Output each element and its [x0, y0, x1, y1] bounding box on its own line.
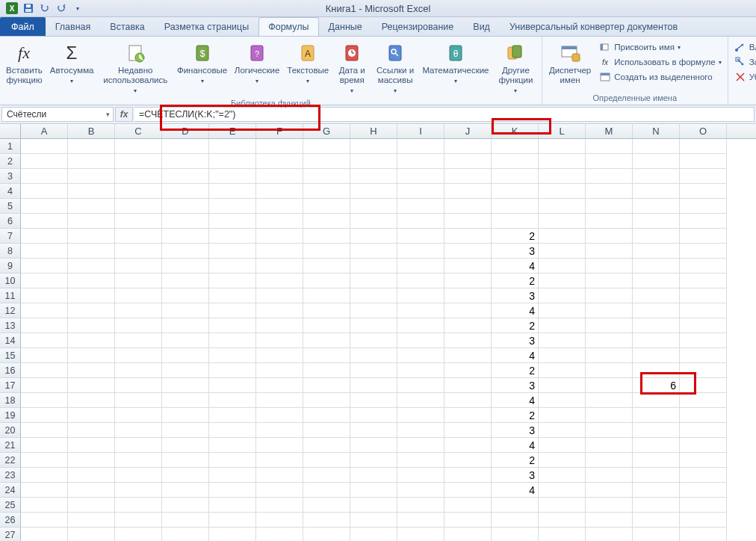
- cell-L8[interactable]: [539, 244, 586, 259]
- cell-B10[interactable]: [68, 273, 115, 288]
- cell-N18[interactable]: [633, 393, 680, 408]
- cell-H18[interactable]: [350, 393, 397, 408]
- cell-D11[interactable]: [162, 288, 209, 303]
- cell-J11[interactable]: [444, 288, 492, 303]
- lookup-button[interactable]: Ссылки и массивы ▾: [372, 38, 418, 99]
- cell-A23[interactable]: [21, 468, 68, 483]
- cell-C26[interactable]: [115, 513, 162, 528]
- cell-F16[interactable]: [256, 363, 303, 378]
- save-icon[interactable]: [21, 1, 36, 16]
- cell-F11[interactable]: [256, 288, 303, 303]
- cell-E6[interactable]: [209, 214, 256, 229]
- cell-I20[interactable]: [397, 423, 444, 438]
- cell-O2[interactable]: [680, 154, 727, 169]
- cell-K21[interactable]: 4: [492, 438, 539, 453]
- cell-A10[interactable]: [21, 273, 68, 288]
- cell-E23[interactable]: [209, 468, 256, 483]
- cell-B11[interactable]: [68, 288, 115, 303]
- cell-O5[interactable]: [680, 199, 727, 214]
- spreadsheet-grid[interactable]: ABCDEFGHIJKLMNO 123456728394102113124132…: [0, 124, 756, 541]
- cell-O25[interactable]: [680, 498, 727, 513]
- cell-A22[interactable]: [21, 453, 68, 468]
- insert-function-button[interactable]: fx Вставить функцию: [3, 38, 46, 88]
- cell-E22[interactable]: [209, 453, 256, 468]
- cell-I7[interactable]: [397, 229, 444, 244]
- cell-H2[interactable]: [350, 154, 397, 169]
- cell-J10[interactable]: [444, 273, 492, 288]
- cell-M20[interactable]: [586, 423, 633, 438]
- cell-K27[interactable]: [492, 528, 539, 541]
- row-header-20[interactable]: 20: [0, 423, 21, 438]
- cell-H17[interactable]: [350, 378, 397, 393]
- cell-N17[interactable]: 6: [633, 378, 680, 393]
- cell-O9[interactable]: [680, 259, 727, 273]
- excel-icon[interactable]: X: [4, 1, 19, 16]
- cell-M23[interactable]: [586, 468, 633, 483]
- cell-D9[interactable]: [162, 259, 209, 273]
- row-header-22[interactable]: 22: [0, 453, 21, 468]
- cell-O23[interactable]: [680, 468, 727, 483]
- cell-A25[interactable]: [21, 498, 68, 513]
- cell-E5[interactable]: [209, 199, 256, 214]
- cell-B25[interactable]: [68, 498, 115, 513]
- row-header-10[interactable]: 10: [0, 273, 21, 288]
- cell-G13[interactable]: [303, 318, 350, 333]
- cell-L12[interactable]: [539, 303, 586, 318]
- cell-N20[interactable]: [633, 423, 680, 438]
- cell-L11[interactable]: [539, 288, 586, 303]
- cell-C21[interactable]: [115, 438, 162, 453]
- cell-M22[interactable]: [586, 453, 633, 468]
- cell-C3[interactable]: [115, 169, 162, 184]
- cell-C20[interactable]: [115, 423, 162, 438]
- cell-G17[interactable]: [303, 378, 350, 393]
- financial-button[interactable]: $ Финансовые▾: [174, 38, 230, 88]
- cell-D27[interactable]: [162, 528, 209, 541]
- cell-C12[interactable]: [115, 303, 162, 318]
- cell-L14[interactable]: [539, 333, 586, 348]
- cell-C25[interactable]: [115, 498, 162, 513]
- cell-E27[interactable]: [209, 528, 256, 541]
- cell-I5[interactable]: [397, 199, 444, 214]
- cell-C27[interactable]: [115, 528, 162, 541]
- cell-A14[interactable]: [21, 333, 68, 348]
- cell-B27[interactable]: [68, 528, 115, 541]
- cell-E4[interactable]: [209, 184, 256, 199]
- cell-F6[interactable]: [256, 214, 303, 229]
- cell-G23[interactable]: [303, 468, 350, 483]
- cell-B17[interactable]: [68, 378, 115, 393]
- cell-K16[interactable]: 2: [492, 363, 539, 378]
- cell-M3[interactable]: [586, 169, 633, 184]
- cell-O24[interactable]: [680, 483, 727, 498]
- cell-M9[interactable]: [586, 259, 633, 273]
- tab-insert[interactable]: Вставка: [100, 17, 154, 36]
- cell-F25[interactable]: [256, 498, 303, 513]
- cell-E8[interactable]: [209, 244, 256, 259]
- cell-E15[interactable]: [209, 348, 256, 363]
- col-header-H[interactable]: H: [350, 124, 397, 138]
- cell-G9[interactable]: [303, 259, 350, 273]
- cell-I16[interactable]: [397, 363, 444, 378]
- row-header-11[interactable]: 11: [0, 288, 21, 303]
- cell-M11[interactable]: [586, 288, 633, 303]
- cell-I2[interactable]: [397, 154, 444, 169]
- cell-A4[interactable]: [21, 184, 68, 199]
- cell-D22[interactable]: [162, 453, 209, 468]
- cell-L25[interactable]: [539, 498, 586, 513]
- cell-K22[interactable]: 2: [492, 453, 539, 468]
- cell-I17[interactable]: [397, 378, 444, 393]
- cell-B4[interactable]: [68, 184, 115, 199]
- qat-dropdown-icon[interactable]: ▾: [70, 1, 85, 16]
- cell-F20[interactable]: [256, 423, 303, 438]
- cell-G21[interactable]: [303, 438, 350, 453]
- cell-C1[interactable]: [115, 139, 162, 154]
- cell-E24[interactable]: [209, 483, 256, 498]
- row-header-7[interactable]: 7: [0, 229, 21, 244]
- cell-C2[interactable]: [115, 154, 162, 169]
- tab-data[interactable]: Данные: [319, 17, 372, 36]
- name-box-dropdown-icon[interactable]: ▾: [106, 111, 110, 118]
- cell-E3[interactable]: [209, 169, 256, 184]
- col-header-N[interactable]: N: [633, 124, 680, 138]
- cell-K6[interactable]: [492, 214, 539, 229]
- cell-J16[interactable]: [444, 363, 492, 378]
- cell-M21[interactable]: [586, 438, 633, 453]
